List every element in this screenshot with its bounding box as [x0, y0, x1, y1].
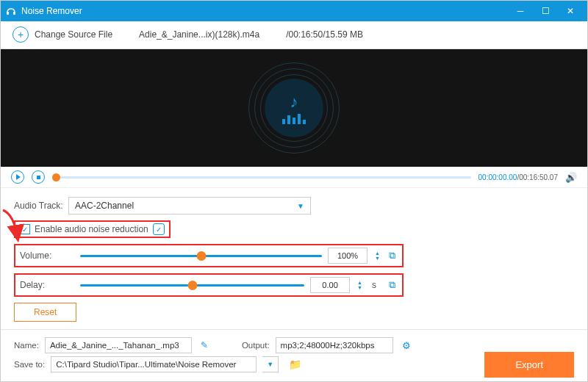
plus-icon: + [12, 26, 29, 43]
output-label: Output: [242, 341, 270, 350]
enable-noise-row: ✓ Enable audio noise reduction ✓ [14, 220, 171, 238]
close-button[interactable]: ✕ [558, 1, 583, 21]
edit-name-icon[interactable]: ✎ [201, 340, 208, 350]
name-label: Name: [14, 341, 39, 350]
bottom-panel: Name: Adie_&_Janine_..._Tahanan_.mp3 ✎ O… [1, 329, 587, 381]
audio-track-select[interactable]: AAC-2Channel ▼ [68, 197, 311, 215]
save-path-dropdown[interactable]: ▼ [262, 356, 279, 372]
output-name-field[interactable]: Adie_&_Janine_..._Tahanan_.mp3 [45, 337, 192, 353]
minimize-button[interactable]: ─ [508, 1, 533, 21]
file-info-row: + Change Source File Adie_&_Janine...ix)… [1, 21, 587, 49]
save-to-label: Save to: [14, 360, 45, 369]
change-source-button[interactable]: + Change Source File [12, 26, 112, 43]
export-button[interactable]: Export [484, 352, 574, 378]
delay-apply-icon[interactable]: ⧉ [386, 279, 398, 291]
volume-apply-icon[interactable]: ⧉ [386, 250, 398, 262]
svg-rect-1 [13, 12, 15, 15]
enable-noise-label: Enable audio noise reduction [35, 224, 148, 234]
change-source-label: Change Source File [35, 29, 112, 40]
app-window: Noise Remover ─ ☐ ✕ + Change Source File… [0, 0, 588, 382]
delay-value[interactable]: 0.00 [310, 277, 350, 293]
volume-value[interactable]: 100% [328, 248, 368, 264]
seek-slider[interactable] [52, 176, 471, 179]
title-bar: Noise Remover ─ ☐ ✕ [1, 1, 587, 21]
audio-visualizer: ♪ [248, 62, 340, 154]
open-folder-icon[interactable]: 📁 [289, 358, 301, 370]
audio-track-value: AAC-2Channel [75, 201, 134, 211]
apply-icon[interactable]: ✓ [153, 223, 165, 235]
volume-stepper[interactable]: ▲▼ [375, 251, 380, 261]
save-path-field[interactable]: C:\Tipard Studio\Tipar...Ultimate\Noise … [51, 356, 257, 372]
enable-noise-checkbox[interactable]: ✓ [20, 224, 30, 234]
volume-icon[interactable]: 🔊 [565, 172, 577, 183]
preview-panel: ♪ [1, 49, 587, 167]
delay-label: Delay: [20, 280, 74, 290]
window-title: Noise Remover [21, 6, 82, 16]
settings-icon[interactable]: ⚙ [402, 340, 411, 351]
audio-track-label: Audio Track: [14, 201, 68, 211]
stop-button[interactable] [32, 170, 45, 184]
reset-button[interactable]: Reset [14, 303, 76, 322]
app-logo-icon [5, 5, 17, 17]
delay-slider[interactable] [80, 284, 304, 286]
delay-stepper[interactable]: ▲▼ [357, 280, 362, 290]
audio-track-row: Audio Track: AAC-2Channel ▼ [14, 195, 574, 216]
playback-bar: 00:00:00.00/00:16:50.07 🔊 [1, 167, 587, 188]
volume-row: Volume: 100% ▲▼ ⧉ [14, 244, 404, 267]
svg-rect-0 [7, 12, 9, 15]
volume-slider[interactable] [80, 255, 322, 257]
delay-unit: s [368, 280, 380, 290]
source-meta: /00:16:50/15.59 MB [286, 29, 363, 40]
volume-label: Volume: [20, 251, 74, 261]
timecode: 00:00:00.00/00:16:50.07 [478, 173, 558, 181]
delay-row: Delay: 0.00 ▲▼ s ⧉ [14, 273, 404, 297]
maximize-button[interactable]: ☐ [533, 1, 558, 21]
controls-panel: Audio Track: AAC-2Channel ▼ ✓ Enable aud… [1, 188, 587, 329]
output-format-field[interactable]: mp3;2;48000Hz;320kbps [276, 337, 393, 353]
chevron-down-icon: ▼ [297, 202, 304, 210]
play-button[interactable] [11, 170, 24, 184]
source-filename: Adie_&_Janine...ix)(128k).m4a [139, 29, 259, 40]
